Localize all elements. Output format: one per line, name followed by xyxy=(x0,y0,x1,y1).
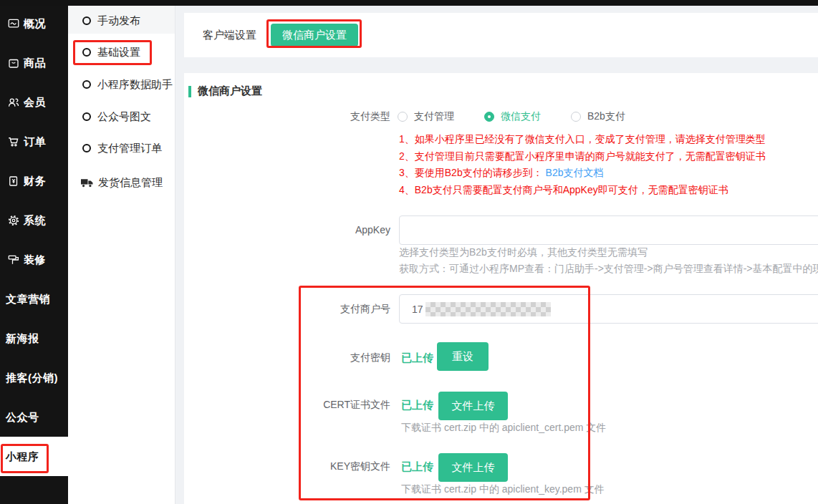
pay-type-label: 支付类型 xyxy=(247,110,390,123)
sidebar-item-label: 推客(分销) xyxy=(6,372,58,385)
sidebar-item-official-account[interactable]: 公众号 xyxy=(0,409,68,426)
sidebar-item-finance[interactable]: 财务 xyxy=(0,173,68,190)
sidebar-item-label: 系统 xyxy=(24,214,46,228)
goods-icon xyxy=(7,57,20,69)
submenu-item-manual-publish[interactable]: 手动发布 xyxy=(68,11,175,31)
cert-upload-button[interactable]: 文件上传 xyxy=(438,392,508,420)
radio-label: B2b支付 xyxy=(587,110,625,123)
sidebar-item-label: 概况 xyxy=(24,17,46,31)
section-title: 微信商户设置 xyxy=(198,84,262,98)
sidebar-item-article-marketing[interactable]: 文章营销 xyxy=(0,291,68,308)
appkey-input[interactable] xyxy=(399,215,818,245)
submenu-item-label: 公众号图文 xyxy=(97,110,151,124)
sidebar-item-members[interactable]: 会员 xyxy=(0,94,68,111)
key-file-status: 已上传 xyxy=(401,460,433,474)
sidebar-item-mini-program[interactable]: 小程序 xyxy=(0,448,68,465)
sidebar-item-label: 订单 xyxy=(24,135,46,149)
app-window: 概况 商品 会员 订单 财务 xyxy=(0,0,818,504)
submenu-item-official-account-articles[interactable]: 公众号图文 xyxy=(68,107,175,127)
pay-type-notes: 1、如果小程序里已经没有了微信支付入口，变成了支付管理，请选择支付管理类型 2、… xyxy=(399,131,766,198)
reset-secret-button[interactable]: 重设 xyxy=(437,342,489,371)
appkey-label: AppKey xyxy=(247,224,390,236)
sidebar-item-overview[interactable]: 概况 xyxy=(0,15,68,32)
note-line-4: 4、B2b支付只需要配置支付商户号和AppKey即可支付，无需配置密钥证书 xyxy=(399,182,766,199)
merchant-id-label: 支付商户号 xyxy=(247,303,390,316)
merchant-id-input[interactable]: 17 xyxy=(399,294,818,324)
sidebar-item-label: 装修 xyxy=(24,253,46,267)
submenu-item-label: 小程序数据助手 xyxy=(97,78,173,92)
tab-client-settings[interactable]: 客户端设置 xyxy=(203,13,256,57)
radio-checked-icon xyxy=(484,112,494,122)
submenu-item-label: 基础设置 xyxy=(97,46,140,59)
redacted-mosaic xyxy=(425,302,551,316)
finance-icon xyxy=(7,175,20,188)
note-line-2: 2、支付管理目前只需要配置小程序里申请的商户号就能支付了，无需配置密钥证书 xyxy=(399,148,766,165)
radio-label: 微信支付 xyxy=(501,110,541,123)
primary-sidebar: 概况 商品 会员 订单 财务 xyxy=(0,0,68,504)
sidebar-item-label: 财务 xyxy=(24,175,46,188)
submenu-item-label: 手动发布 xyxy=(97,14,140,28)
cert-file-helper: 下载证书 cert.zip 中的 apiclient_cert.pem 文件 xyxy=(401,422,606,435)
appkey-helper-1: 选择支付类型为B2b支付时必填，其他支付类型无需填写 xyxy=(399,244,818,261)
system-icon xyxy=(7,214,20,227)
pay-secret-label: 支付密钥 xyxy=(247,352,390,364)
radio-label: 支付管理 xyxy=(414,110,454,123)
radio-pay-management[interactable]: 支付管理 xyxy=(398,110,454,123)
key-upload-button[interactable]: 文件上传 xyxy=(438,453,508,482)
submenu-item-label: 发货信息管理 xyxy=(98,176,163,190)
submenu-item-basic-settings[interactable]: 基础设置 xyxy=(68,42,175,62)
settings-tab-bar: 客户端设置 微信商户设置 xyxy=(184,13,818,57)
sidebar-item-label: 新海报 xyxy=(6,332,39,346)
members-icon xyxy=(7,96,20,109)
pay-secret-status: 已上传 xyxy=(401,352,433,365)
radio-wechat-pay[interactable]: 微信支付 xyxy=(484,110,541,123)
submenu-item-label: 支付管理订单 xyxy=(97,142,162,155)
key-file-helper: 下载证书 cert.zip 中的 apiclient_key.pem 文件 xyxy=(401,483,605,496)
tab-wechat-merchant-settings[interactable]: 微信商户设置 xyxy=(271,24,358,47)
sidebar-item-label: 公众号 xyxy=(6,411,39,425)
circle-icon xyxy=(82,144,91,152)
circle-icon xyxy=(82,16,91,25)
top-dark-bar xyxy=(0,0,818,6)
circle-icon xyxy=(82,112,91,121)
section-accent-bar xyxy=(188,86,191,97)
sidebar-item-system[interactable]: 系统 xyxy=(0,212,68,229)
sidebar-item-label: 会员 xyxy=(24,96,46,110)
cert-file-status: 已上传 xyxy=(401,399,433,412)
cert-file-label: CERT证书文件 xyxy=(247,399,390,412)
note-line-1: 1、如果小程序里已经没有了微信支付入口，变成了支付管理，请选择支付管理类型 xyxy=(399,131,766,148)
secondary-sidebar: 手动发布 基础设置 小程序数据助手 公众号图文 支付管理订单 发货信息管理 xyxy=(68,6,175,504)
appkey-helpers: 选择支付类型为B2b支付时必填，其他支付类型无需填写 获取方式：可通过小程序MP… xyxy=(399,244,818,277)
circle-icon xyxy=(82,48,91,57)
overview-icon xyxy=(7,17,20,30)
appkey-helper-2: 获取方式：可通过小程序MP查看：门店助手->支付管理->商户号管理查看详情->基… xyxy=(399,261,818,277)
radio-unchecked-icon xyxy=(398,112,408,122)
submenu-item-miniprogram-data-assistant[interactable]: 小程序数据助手 xyxy=(68,74,175,94)
sidebar-item-new-poster[interactable]: 新海报 xyxy=(0,330,68,347)
radio-b2b-pay[interactable]: B2b支付 xyxy=(571,110,625,123)
sidebar-item-decorate[interactable]: 装修 xyxy=(0,251,68,268)
submenu-item-shipping-info[interactable]: 发货信息管理 xyxy=(68,173,175,193)
merchant-id-value: 17 xyxy=(412,304,423,315)
truck-icon xyxy=(81,178,93,188)
sidebar-item-orders[interactable]: 订单 xyxy=(0,133,68,150)
sidebar-item-label: 小程序 xyxy=(6,450,39,464)
submenu-item-payment-manage-orders[interactable]: 支付管理订单 xyxy=(68,138,175,158)
orders-icon xyxy=(7,135,20,148)
decorate-icon xyxy=(7,253,20,266)
sidebar-item-label: 文章营销 xyxy=(6,293,50,306)
circle-icon xyxy=(82,80,91,89)
key-file-label: KEY密钥文件 xyxy=(247,460,390,473)
sidebar-item-label: 商品 xyxy=(24,57,46,70)
wechat-merchant-settings-panel: 微信商户设置 支付类型 支付管理 微信支付 B2b支付 1、如果小程序里已经没有… xyxy=(184,73,818,504)
note-line-3: 3、要使用B2b支付的请移步到： B2b支付文档 xyxy=(399,165,766,182)
radio-unchecked-icon xyxy=(571,112,581,122)
sidebar-item-distribution[interactable]: 推客(分销) xyxy=(0,369,68,387)
pay-type-radio-group: 支付管理 微信支付 B2b支付 xyxy=(398,110,655,123)
sidebar-item-goods[interactable]: 商品 xyxy=(0,54,68,72)
section-header: 微信商户设置 xyxy=(188,84,262,98)
b2b-doc-link[interactable]: B2b支付文档 xyxy=(546,167,604,178)
